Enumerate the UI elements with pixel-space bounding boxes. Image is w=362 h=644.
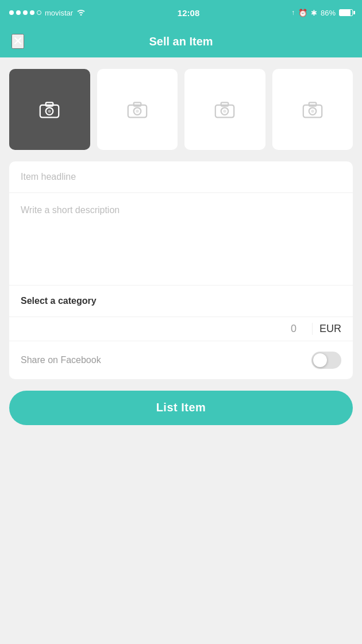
photo-slot-2[interactable] [97, 69, 178, 150]
description-input[interactable] [21, 203, 341, 272]
status-left: movistar [9, 9, 86, 17]
svg-rect-2 [46, 103, 53, 106]
list-item-button[interactable]: List Item [9, 391, 353, 425]
svg-rect-6 [133, 103, 141, 106]
facebook-label: Share on Facebook [21, 355, 101, 365]
dot-1 [9, 10, 14, 15]
svg-point-3 [48, 110, 51, 113]
alarm-icon: ⏰ [298, 9, 307, 17]
category-label: Select a category [21, 296, 97, 306]
status-time: 12:08 [178, 8, 199, 18]
camera-icon-4 [302, 99, 323, 119]
facebook-toggle[interactable] [311, 352, 341, 369]
price-input[interactable] [259, 323, 305, 335]
camera-icon-2 [127, 99, 148, 119]
facebook-row: Share on Facebook [9, 341, 353, 379]
bluetooth-icon: ✱ [311, 9, 317, 17]
dot-5 [37, 10, 41, 15]
svg-point-15 [311, 110, 314, 113]
photo-slot-3[interactable] [184, 69, 265, 150]
location-icon: ↑ [291, 9, 295, 17]
photo-row [9, 69, 353, 150]
dot-4 [30, 10, 34, 15]
wifi-icon [76, 9, 86, 17]
dot-2 [16, 10, 21, 15]
toggle-track [311, 352, 341, 369]
signal-dots [9, 10, 41, 15]
headline-input[interactable] [21, 172, 341, 182]
headline-field[interactable] [9, 161, 353, 193]
camera-icon-active [39, 99, 60, 119]
battery-percent: 86% [321, 9, 336, 17]
nav-bar: ✕ Sell an Item [0, 25, 362, 57]
carrier-label: movistar [45, 9, 73, 17]
svg-rect-10 [221, 103, 229, 106]
nav-title: Sell an Item [149, 35, 213, 48]
camera-icon-3 [214, 99, 235, 119]
status-right: ↑ ⏰ ✱ 86% [291, 9, 353, 17]
svg-point-7 [136, 110, 138, 113]
content-area: Select a category EUR Share on Facebook … [0, 57, 362, 437]
battery-fill [340, 10, 351, 16]
category-row[interactable]: Select a category [9, 286, 353, 317]
description-field[interactable] [9, 193, 353, 286]
svg-rect-14 [309, 103, 316, 106]
price-currency: EUR [312, 323, 341, 335]
dot-3 [23, 10, 28, 15]
toggle-thumb [313, 353, 327, 367]
price-row[interactable]: EUR [9, 317, 353, 341]
form-card: Select a category EUR Share on Facebook [9, 161, 353, 379]
close-button[interactable]: ✕ [11, 34, 24, 49]
svg-point-11 [224, 110, 226, 113]
battery-icon [339, 9, 353, 16]
status-bar: movistar 12:08 ↑ ⏰ ✱ 86% [0, 0, 362, 25]
photo-slot-4[interactable] [272, 69, 353, 150]
photo-slot-1[interactable] [9, 69, 90, 150]
